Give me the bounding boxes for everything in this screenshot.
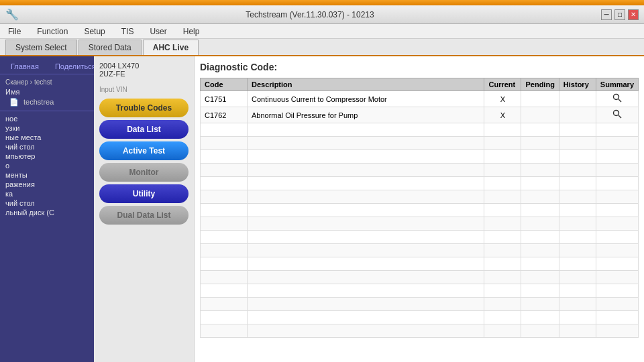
window-title: Techstream (Ver.11.30.037) - 10213 <box>19 10 601 19</box>
table-row <box>201 137 639 150</box>
row2-description: Abnormal Oil Pressure for Pump <box>248 107 484 123</box>
col-header-current: Current <box>484 78 521 91</box>
table-row: C1751 Continuous Current to Compressor M… <box>201 91 639 107</box>
row1-current: X <box>484 91 521 107</box>
row1-history <box>559 91 596 107</box>
os-sidebar-header: Главная Поделиться Вы <box>0 59 94 74</box>
os-nav-8[interactable]: ражения <box>0 180 94 189</box>
window-controls: ─ □ ✕ <box>601 9 639 20</box>
table-row <box>201 271 639 284</box>
os-techstrea-item[interactable]: 📄 techstrea <box>0 97 94 108</box>
table-row <box>201 123 639 137</box>
os-nav-7[interactable]: менты <box>0 170 94 180</box>
svg-point-2 <box>613 111 619 116</box>
os-name-label: Имя <box>0 87 94 97</box>
os-sidebar: Главная Поделиться Вы Сканер › techst Им… <box>0 56 94 362</box>
menu-file[interactable]: File <box>5 25 23 38</box>
table-row <box>201 244 639 257</box>
os-breadcrumb: Сканер › techst <box>0 77 94 87</box>
table-row <box>201 164 639 177</box>
svg-point-0 <box>613 95 619 100</box>
os-nav-6[interactable]: о <box>0 161 94 170</box>
table-row <box>201 298 639 311</box>
menu-help[interactable]: Help <box>180 25 203 38</box>
col-header-history: History <box>559 78 596 91</box>
table-row <box>201 190 639 204</box>
tab-stored-data[interactable]: Stored Data <box>78 40 142 55</box>
table-row <box>201 324 639 338</box>
menu-tis[interactable]: TIS <box>119 25 137 38</box>
data-list-btn[interactable]: Data List <box>99 120 189 139</box>
vehicle-info: 2004 LX470 2UZ-FE <box>99 62 189 78</box>
row1-description: Continuous Current to Compressor Motor <box>248 91 484 107</box>
os-nav-3[interactable]: ные места <box>0 133 94 142</box>
os-nav-10[interactable]: чий стол <box>0 198 94 208</box>
close-button[interactable]: ✕ <box>628 9 639 20</box>
table-row: C1762 Abnormal Oil Pressure for Pump X <box>201 107 639 123</box>
os-nav-5[interactable]: мпьютер <box>0 152 94 161</box>
search-icon <box>612 93 622 103</box>
menu-function[interactable]: Function <box>34 25 70 38</box>
dual-data-list-btn[interactable]: Dual Data List <box>99 206 189 225</box>
row1-code: C1751 <box>201 91 248 107</box>
minimize-button[interactable]: ─ <box>601 9 612 20</box>
col-header-description: Description <box>248 78 484 91</box>
app-sidebar: 2004 LX470 2UZ-FE Input VIN Trouble Code… <box>94 56 195 362</box>
os-link-home[interactable]: Главная <box>5 62 44 71</box>
row2-pending <box>521 107 559 123</box>
vehicle-engine: 2UZ-FE <box>99 70 189 78</box>
os-link-share[interactable]: Поделиться <box>50 62 94 71</box>
trouble-codes-btn[interactable]: Trouble Codes <box>99 99 189 117</box>
col-header-summary: Summary <box>596 78 638 91</box>
active-test-btn[interactable]: Active Test <box>99 141 189 160</box>
utility-btn[interactable]: Utility <box>99 184 189 203</box>
col-header-pending: Pending <box>521 78 559 91</box>
table-row <box>201 177 639 190</box>
tab-ahc-live[interactable]: AHC Live <box>143 40 199 55</box>
os-nav-9[interactable]: ка <box>0 189 94 198</box>
table-row <box>201 257 639 271</box>
table-row <box>201 284 639 298</box>
svg-line-3 <box>619 115 621 118</box>
os-nav-4[interactable]: чий стол <box>0 142 94 152</box>
row1-summary[interactable] <box>596 91 638 107</box>
monitor-btn[interactable]: Monitor <box>99 163 189 182</box>
os-nav-1[interactable]: ное <box>0 114 94 123</box>
row2-summary[interactable] <box>596 107 638 123</box>
os-nav-11[interactable]: льный диск (С <box>0 208 94 217</box>
restore-button[interactable]: □ <box>614 9 625 20</box>
table-row <box>201 231 639 244</box>
table-row <box>201 150 639 164</box>
table-row <box>201 311 639 324</box>
table-row <box>201 204 639 217</box>
col-header-code: Code <box>201 78 248 91</box>
table-row <box>201 217 639 231</box>
diagnostic-title: Diagnostic Code: <box>200 62 639 72</box>
main-layout: Главная Поделиться Вы Сканер › techst Им… <box>0 56 644 362</box>
tab-bar: System Select Stored Data AHC Live <box>0 39 644 56</box>
row2-current: X <box>484 107 521 123</box>
menu-bar: File Function Setup TIS User Help <box>0 24 644 39</box>
menu-user[interactable]: User <box>147 25 169 38</box>
row2-history <box>559 107 596 123</box>
os-nav-2[interactable]: узки <box>0 123 94 133</box>
row1-pending <box>521 91 559 107</box>
svg-line-1 <box>619 99 621 102</box>
content-area: Diagnostic Code: Code Description Curren… <box>195 56 644 362</box>
diagnostic-table: Code Description Current Pending History… <box>200 78 639 338</box>
row2-code: C1762 <box>201 107 248 123</box>
search-icon <box>612 109 622 119</box>
menu-setup[interactable]: Setup <box>81 25 107 38</box>
tab-system-select[interactable]: System Select <box>5 40 77 55</box>
input-vin-label: Input VIN <box>99 86 189 93</box>
vehicle-model: 2004 LX470 <box>99 62 189 70</box>
title-bar: 🔧 Techstream (Ver.11.30.037) - 10213 ─ □… <box>0 5 644 24</box>
